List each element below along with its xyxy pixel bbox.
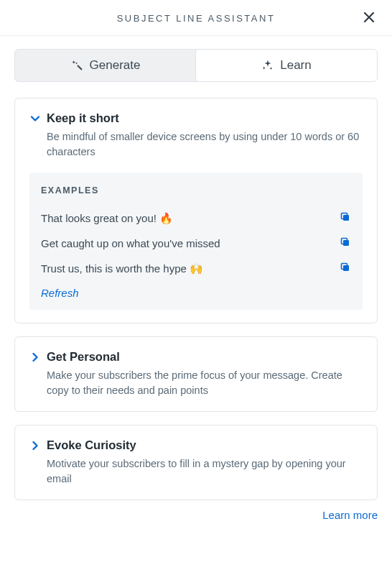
- examples-panel: EXAMPLES That looks great on you! 🔥 Get …: [29, 172, 363, 310]
- tip-card-desc: Motivate your subscribers to fill in a m…: [47, 456, 363, 487]
- tip-card-header[interactable]: Keep it short: [29, 111, 363, 125]
- example-text: That looks great on you! 🔥: [41, 212, 173, 225]
- tip-card-desc: Be mindful of smaller device screens by …: [47, 129, 363, 160]
- tip-card-header[interactable]: Evoke Curiosity: [29, 438, 363, 452]
- tab-group: Generate Learn: [14, 49, 378, 82]
- wand-icon: [71, 59, 84, 72]
- tip-card-get-personal: Get Personal Make your subscribers the p…: [14, 336, 378, 412]
- chevron-right-icon: [29, 440, 41, 451]
- chevron-right-icon: [29, 351, 41, 363]
- example-text: Trust us, this is worth the hype 🙌: [41, 262, 203, 275]
- examples-heading: EXAMPLES: [41, 185, 351, 196]
- sparkle-icon: [261, 59, 274, 72]
- tip-card-title: Get Personal: [47, 350, 120, 364]
- copy-button[interactable]: [340, 262, 351, 275]
- tab-learn-label: Learn: [280, 58, 311, 73]
- refresh-link[interactable]: Refresh: [41, 281, 79, 299]
- tab-generate-label: Generate: [90, 58, 141, 73]
- example-text: Get caught up on what you've missed: [41, 237, 220, 249]
- learn-more-link[interactable]: Learn more: [0, 500, 392, 521]
- tip-card-desc: Make your subscribers the prime focus of…: [47, 368, 363, 398]
- close-button[interactable]: [362, 10, 376, 27]
- tab-learn[interactable]: Learn: [195, 49, 378, 82]
- copy-icon: [340, 211, 351, 223]
- svg-rect-4: [343, 265, 349, 271]
- copy-icon: [340, 236, 351, 248]
- tip-card-header[interactable]: Get Personal: [29, 350, 363, 364]
- tab-generate[interactable]: Generate: [15, 50, 196, 81]
- copy-button[interactable]: [340, 211, 351, 225]
- close-icon: [362, 10, 376, 24]
- tip-card-title: Evoke Curiosity: [47, 438, 136, 452]
- copy-icon: [340, 262, 351, 273]
- chevron-down-icon: [29, 113, 41, 124]
- copy-button[interactable]: [340, 236, 351, 250]
- example-row: Trust us, this is worth the hype 🙌: [41, 256, 351, 281]
- tip-card-evoke-curiosity: Evoke Curiosity Motivate your subscriber…: [14, 425, 378, 500]
- example-row: Get caught up on what you've missed: [41, 231, 351, 256]
- example-row: That looks great on you! 🔥: [41, 206, 351, 231]
- tip-card-keep-it-short: Keep it short Be mindful of smaller devi…: [14, 98, 378, 323]
- modal-title: SUBJECT LINE ASSISTANT: [117, 13, 276, 24]
- modal-header: SUBJECT LINE ASSISTANT: [0, 0, 392, 36]
- svg-rect-2: [343, 240, 349, 246]
- modal-content: Generate Learn Keep it short Be mindful …: [0, 36, 392, 500]
- tip-card-title: Keep it short: [47, 111, 119, 125]
- svg-rect-0: [343, 215, 349, 221]
